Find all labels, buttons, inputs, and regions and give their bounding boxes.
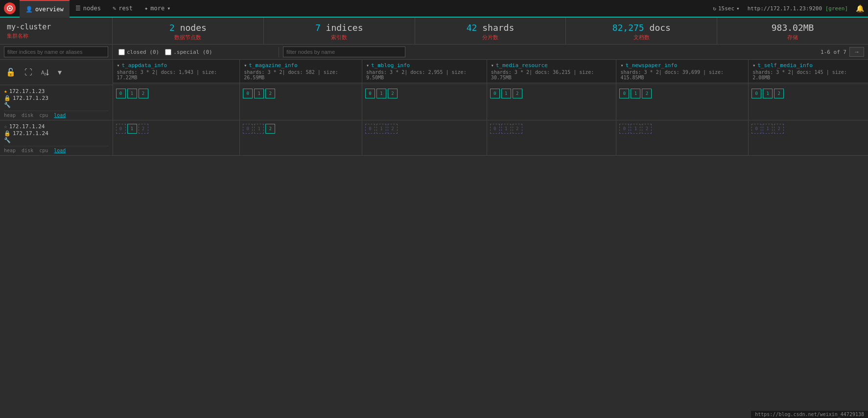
- node-2-shards-appdata: 0 1 2: [113, 120, 240, 156]
- node-1-shards-newspaper: 0 1 2: [616, 85, 749, 120]
- shard-box-0[interactable]: 0: [619, 124, 629, 134]
- nav-rest[interactable]: ✎ rest: [107, 0, 139, 17]
- node-2-load[interactable]: load: [54, 148, 66, 153]
- sort-az-button[interactable]: A Z: [39, 68, 51, 77]
- shard-box-2[interactable]: 2: [139, 89, 148, 98]
- shard-box-1[interactable]: 1: [127, 124, 137, 134]
- shard-box-0[interactable]: 0: [490, 89, 500, 98]
- refresh-control[interactable]: ↻ 15sec ▾: [713, 5, 739, 12]
- index-header-t-mblog-info: ▾ t_mblog_info shards: 3 * 2| docs: 2,95…: [362, 60, 487, 85]
- node-1-heap: heap: [4, 113, 16, 118]
- node-2-shards-media: 0 1 2: [487, 120, 616, 156]
- shard-row: 0 1 2: [365, 87, 484, 100]
- docs-stat: 82,275 docs 文档数: [566, 18, 717, 44]
- closed-filter-label[interactable]: closed (0): [118, 49, 159, 55]
- shard-box-2[interactable]: 2: [265, 89, 275, 98]
- node-1-ip: 172.17.1.23: [13, 95, 48, 101]
- node-2-wrench-icon: 🔧: [4, 137, 11, 143]
- shard-row: 0 1 2: [365, 122, 484, 135]
- shard-box-0[interactable]: 0: [243, 89, 253, 98]
- shard-box-1[interactable]: 1: [254, 89, 264, 98]
- special-filter-checkbox[interactable]: [165, 49, 171, 55]
- notification-bell[interactable]: 🔔: [856, 4, 864, 12]
- shard-box-0[interactable]: 0: [490, 124, 500, 134]
- shard-box-1[interactable]: 1: [631, 124, 640, 134]
- shard-box-1[interactable]: 1: [376, 89, 386, 98]
- nav-more[interactable]: ✦ more ▾: [139, 0, 176, 17]
- node-1-info: ★ 172.17.1.23 🔒 172.17.1.23 🔧 heap d: [4, 88, 109, 118]
- index-expand-icon[interactable]: ▾: [491, 63, 494, 68]
- nav-overview[interactable]: 👤 overview: [20, 0, 70, 18]
- node-2-ip: 172.17.1.24: [13, 130, 48, 137]
- index-expand-icon[interactable]: ▾: [752, 63, 755, 68]
- footer-bar: https://blog.csdn.net/weixin_44729138: [751, 410, 868, 418]
- filter-toggle-button[interactable]: ▾: [56, 67, 64, 78]
- node-2-cell: ☆ 172.17.1.24 🔒 172.17.1.24 🔧 heap d: [0, 120, 113, 156]
- rest-icon: ✎: [113, 5, 116, 12]
- nodes-icon: ☰: [75, 5, 81, 12]
- next-page-button[interactable]: →: [849, 47, 864, 57]
- unlock-all-button[interactable]: 🔓: [4, 67, 18, 78]
- index-expand-icon[interactable]: ▾: [117, 63, 120, 68]
- filter-row: closed (0) .special (0) 1-6 of 7 →: [0, 45, 868, 60]
- node-2-info: ☆ 172.17.1.24 🔒 172.17.1.24 🔧 heap d: [4, 123, 109, 153]
- node-2-star-icon[interactable]: ☆: [4, 123, 7, 130]
- shard-box-0[interactable]: 0: [751, 89, 761, 98]
- app-logo[interactable]: [4, 2, 16, 14]
- cluster-stat: my-cluster 集群名称: [0, 18, 113, 44]
- shard-box-0[interactable]: 0: [116, 124, 126, 134]
- shard-box-1[interactable]: 1: [501, 124, 511, 134]
- nav-nodes[interactable]: ☰ nodes: [70, 0, 107, 17]
- index-expand-icon[interactable]: ▾: [366, 63, 369, 68]
- special-filter-label[interactable]: .special (0): [165, 49, 212, 55]
- refresh-chevron: ▾: [736, 5, 740, 12]
- shard-box-1[interactable]: 1: [631, 89, 640, 98]
- shard-box-1[interactable]: 1: [254, 124, 264, 134]
- shard-box-1[interactable]: 1: [127, 89, 137, 98]
- shard-row: 0 1 2: [619, 122, 745, 135]
- node-1-lock-icon: 🔒: [4, 95, 11, 101]
- shard-box-0[interactable]: 0: [365, 124, 375, 134]
- node-1-line-2: 🔒 172.17.1.23: [4, 95, 109, 101]
- expand-button[interactable]: ⛶: [23, 67, 34, 78]
- shard-box-1[interactable]: 1: [763, 89, 773, 98]
- shard-box-1[interactable]: 1: [763, 124, 773, 134]
- shard-box-2[interactable]: 2: [513, 89, 522, 98]
- index-expand-icon[interactable]: ▾: [244, 63, 247, 68]
- shard-row: 0 1 2: [490, 87, 613, 100]
- shard-box-0[interactable]: 0: [116, 89, 126, 98]
- node-1-shards-mblog: 0 1 2: [362, 85, 487, 120]
- svg-point-1: [9, 7, 11, 9]
- index-expand-icon[interactable]: ▾: [620, 63, 623, 68]
- nodes-filter-input[interactable]: [283, 46, 405, 57]
- node-1-load[interactable]: load: [54, 113, 66, 118]
- shards-stat: 42 shards 分片数: [415, 18, 566, 44]
- more-icon: ✦: [144, 5, 148, 12]
- shard-box-1[interactable]: 1: [376, 124, 386, 134]
- shard-box-1[interactable]: 1: [501, 89, 511, 98]
- shard-box-2[interactable]: 2: [642, 124, 652, 134]
- shard-box-0[interactable]: 0: [619, 89, 629, 98]
- indices-filter-input[interactable]: [4, 46, 108, 57]
- shard-box-2[interactable]: 2: [388, 89, 398, 98]
- node-2-line-3: 🔧: [4, 137, 109, 143]
- more-chevron-icon: ▾: [167, 5, 170, 12]
- node-1-star-icon[interactable]: ★: [4, 88, 7, 94]
- node-2-shards-mblog: 0 1 2: [362, 120, 487, 156]
- closed-filter-checkbox[interactable]: [118, 49, 125, 55]
- shard-box-2[interactable]: 2: [642, 89, 652, 98]
- shard-box-2[interactable]: 2: [139, 124, 148, 134]
- shard-box-2[interactable]: 2: [774, 124, 784, 134]
- shard-box-2[interactable]: 2: [388, 124, 398, 134]
- node-2-disk: disk: [22, 148, 33, 153]
- indices-stat: 7 indices 索引数: [264, 18, 415, 44]
- shard-box-2[interactable]: 2: [774, 89, 784, 98]
- node-1-cpu: cpu: [39, 113, 48, 118]
- node-2-shards-newspaper: 0 1 2: [616, 120, 749, 156]
- shard-box-2[interactable]: 2: [265, 124, 275, 134]
- shard-box-2[interactable]: 2: [513, 124, 522, 134]
- shard-box-0[interactable]: 0: [365, 89, 375, 98]
- shard-box-0[interactable]: 0: [751, 124, 761, 134]
- shard-box-0[interactable]: 0: [243, 124, 253, 134]
- index-header-t-self-media-info: ▾ t_self_media_info shards: 3 * 2| docs:…: [749, 60, 868, 85]
